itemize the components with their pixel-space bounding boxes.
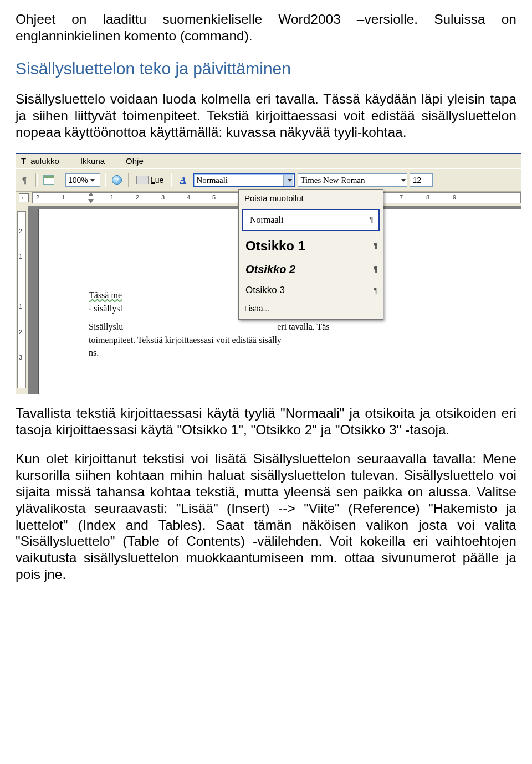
- menubar: Taulukko Ikkuna Ohje: [16, 154, 521, 168]
- reading-layout-button[interactable]: Lue: [134, 172, 166, 188]
- ruler-num: 2: [136, 194, 139, 201]
- style-inspector-icon[interactable]: A: [175, 172, 191, 188]
- ruler-corner[interactable]: ∟: [16, 192, 32, 203]
- zoom-value: 100%: [68, 176, 88, 185]
- dd-more[interactable]: Lisää...: [239, 301, 383, 319]
- ruler-num: 1: [19, 253, 22, 260]
- dd-clear-formatting[interactable]: Poista muotoilut: [239, 190, 383, 207]
- ruler-num: 9: [453, 194, 456, 201]
- dd-normal[interactable]: Normaali ¶: [242, 209, 380, 231]
- pilcrow-icon: ¶: [374, 286, 377, 295]
- font-value: Times New Roman: [300, 175, 365, 185]
- pilcrow-icon: ¶: [374, 265, 377, 274]
- dd-label: Otsikko 2: [245, 263, 295, 276]
- dd-label: Otsikko 1: [245, 238, 305, 254]
- word-screenshot: Taulukko Ikkuna Ohje ¶ 100% ? Lue A Norm: [16, 153, 521, 394]
- font-combo[interactable]: Times New Roman: [298, 173, 407, 187]
- dd-heading2[interactable]: Otsikko 2 ¶: [239, 258, 383, 280]
- help-icon[interactable]: ?: [109, 172, 125, 188]
- ruler-num: 1: [62, 194, 65, 201]
- separator: [170, 173, 172, 187]
- ruler-num: 3: [161, 194, 165, 201]
- dd-label: Poista muotoilut: [244, 193, 304, 203]
- book-icon: [136, 176, 149, 184]
- dd-label: Lisää...: [244, 304, 269, 314]
- ruler-num: 2: [19, 329, 22, 336]
- separator: [104, 173, 106, 187]
- paragraph-4: Kun olet kirjoittanut tekstisi voi lisät…: [16, 450, 516, 583]
- ruler-num: 2: [19, 228, 22, 235]
- toolbar: ¶ 100% ? Lue A Normaali Times New Roma: [16, 168, 521, 192]
- menu-ohje[interactable]: Ohje: [124, 155, 146, 167]
- paragraph-3: Tavallista tekstiä kirjoittaessasi käytä…: [16, 405, 516, 438]
- lue-label: Lue: [151, 176, 163, 185]
- ruler-num: 4: [187, 194, 190, 201]
- ruler-num: 1: [19, 303, 22, 310]
- doc-text-line: Sisällyslueri tavalla. Täs: [89, 321, 521, 332]
- doc-text-line: ns.: [89, 347, 521, 358]
- show-formatting-icon[interactable]: ¶: [17, 172, 32, 188]
- ruler-num: 3: [19, 354, 22, 361]
- zoom-combo[interactable]: 100%: [65, 173, 100, 187]
- section-heading: Sisällysluettelon teko ja päivittäminen: [16, 59, 516, 79]
- dd-label: Otsikko 3: [245, 285, 285, 296]
- table-icon[interactable]: [41, 172, 57, 188]
- ruler-num: 1: [110, 194, 114, 201]
- menu-taulukko[interactable]: Taulukko: [19, 155, 62, 167]
- menu-ikkuna[interactable]: Ikkuna: [78, 155, 107, 167]
- style-value: Normaali: [196, 175, 228, 185]
- chevron-down-icon[interactable]: [283, 175, 293, 186]
- style-combo[interactable]: Normaali: [193, 173, 295, 187]
- separator: [128, 173, 130, 187]
- ruler-num: 2: [36, 194, 39, 201]
- ruler-num: 7: [400, 194, 403, 201]
- pilcrow-icon: ¶: [370, 215, 373, 224]
- separator: [35, 173, 38, 187]
- intro-paragraph: Ohjeet on laadittu suomenkieliselle Word…: [16, 11, 516, 44]
- indent-marker-icon[interactable]: [88, 199, 94, 203]
- fontsize-value: 12: [412, 176, 421, 185]
- vertical-ruler[interactable]: 2 1 1 2 3: [16, 206, 28, 394]
- chevron-down-icon: [90, 179, 95, 182]
- tab-selector-icon: ∟: [19, 193, 29, 202]
- dd-label: Normaali: [250, 214, 283, 225]
- pilcrow-icon: ¶: [373, 241, 377, 250]
- ruler-num: 5: [212, 194, 216, 201]
- ruler-num: 8: [426, 194, 429, 201]
- chevron-down-icon: [401, 179, 406, 182]
- doc-text-line: toimenpiteet. Tekstiä kirjoittaessasi vo…: [89, 335, 521, 346]
- dd-heading1[interactable]: Otsikko 1 ¶: [239, 233, 383, 258]
- separator: [60, 173, 62, 187]
- style-dropdown: Poista muotoilut Normaali ¶ Otsikko 1 ¶ …: [238, 189, 383, 320]
- fontsize-combo[interactable]: 12: [410, 173, 433, 187]
- paragraph-2: Sisällysluettelo voidaan luoda kolmella …: [16, 91, 516, 141]
- dd-heading3[interactable]: Otsikko 3 ¶: [239, 280, 383, 301]
- indent-marker-icon[interactable]: [88, 192, 94, 196]
